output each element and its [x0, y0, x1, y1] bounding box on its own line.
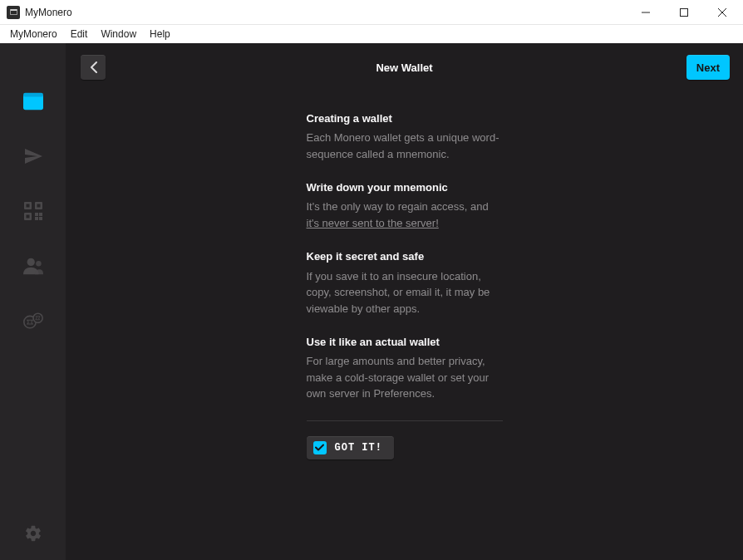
info-block-creating: Creating a wallet Each Monero wallet get…: [307, 111, 503, 162]
titlebar: MyMonero: [0, 0, 743, 25]
info-block-actual: Use it like an actual wallet For large a…: [307, 335, 503, 402]
menu-window[interactable]: Window: [94, 27, 143, 42]
sidebar-settings[interactable]: [23, 523, 43, 543]
info-panel: Creating a wallet Each Monero wallet get…: [307, 111, 503, 459]
svg-rect-7: [26, 204, 29, 208]
svg-rect-1: [681, 8, 688, 16]
svg-rect-14: [35, 217, 38, 220]
divider: [307, 420, 503, 421]
svg-rect-5: [23, 93, 43, 97]
svg-rect-11: [26, 215, 29, 219]
sidebar-send[interactable]: [23, 146, 43, 166]
minimize-button[interactable]: [627, 0, 665, 25]
info-text-pre: It's the only way to regain access, and: [307, 200, 489, 213]
svg-point-16: [27, 258, 34, 266]
svg-rect-13: [39, 217, 42, 220]
menubar: MyMonero Edit Window Help: [0, 25, 743, 43]
next-button[interactable]: Next: [686, 55, 730, 80]
topbar: New Wallet Next: [66, 43, 743, 91]
close-button[interactable]: [703, 0, 741, 25]
info-block-secret: Keep it secret and safe If you save it t…: [307, 249, 503, 317]
sidebar: [0, 43, 66, 560]
menu-help[interactable]: Help: [143, 27, 177, 42]
app-title: MyMonero: [25, 7, 72, 18]
info-text: For large amounts and better privacy, ma…: [307, 353, 503, 402]
svg-rect-9: [37, 204, 40, 208]
sidebar-contacts[interactable]: [23, 256, 43, 276]
window-controls: [627, 0, 741, 25]
info-text: If you save it to an insecure location, …: [307, 268, 503, 317]
info-text-underline: it's never sent to the server!: [307, 217, 439, 229]
svg-rect-12: [35, 213, 38, 216]
app-icon: [7, 6, 20, 19]
menu-edit[interactable]: Edit: [64, 27, 95, 42]
checkbox-icon: [313, 441, 327, 454]
svg-point-19: [33, 313, 42, 322]
info-text: Each Monero wallet gets a unique word-se…: [307, 130, 503, 162]
info-text: It's the only way to regain access, and …: [307, 199, 503, 231]
info-block-writedown: Write down your mnemonic It's the only w…: [307, 180, 503, 231]
content: New Wallet Next Creating a wallet Each M…: [66, 43, 743, 560]
menu-mymonero[interactable]: MyMonero: [3, 27, 64, 42]
titlebar-left: MyMonero: [7, 6, 72, 19]
back-button[interactable]: [81, 55, 106, 80]
info-heading: Creating a wallet: [307, 111, 503, 126]
info-heading: Write down your mnemonic: [307, 180, 503, 195]
sidebar-receive[interactable]: [23, 201, 43, 221]
app-body: New Wallet Next Creating a wallet Each M…: [0, 43, 743, 560]
svg-point-17: [36, 261, 41, 266]
sidebar-exchange[interactable]: [23, 311, 43, 331]
maximize-button[interactable]: [665, 0, 703, 25]
got-it-label: GOT IT!: [335, 442, 382, 454]
next-label: Next: [696, 61, 720, 74]
info-heading: Use it like an actual wallet: [307, 335, 503, 350]
page-title: New Wallet: [376, 61, 432, 74]
sidebar-wallet[interactable]: [23, 91, 43, 111]
info-heading: Keep it secret and safe: [307, 249, 503, 264]
svg-rect-15: [39, 213, 42, 216]
got-it-button[interactable]: GOT IT!: [307, 436, 394, 459]
